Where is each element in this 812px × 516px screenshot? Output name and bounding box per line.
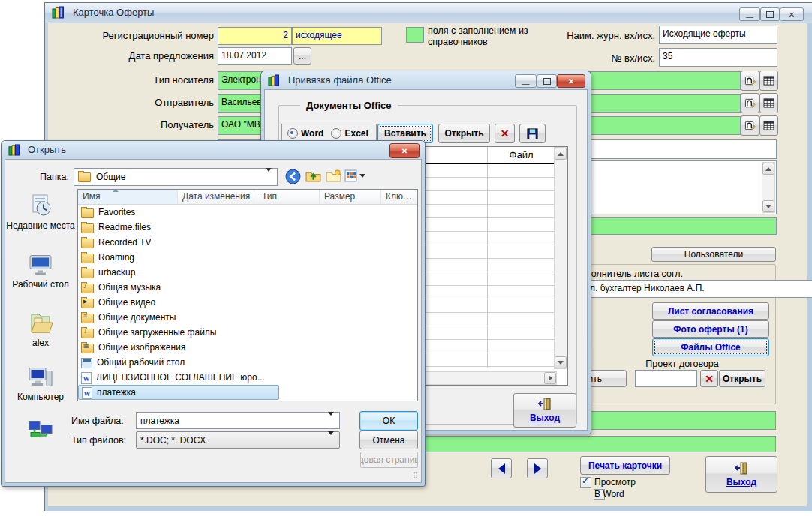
office-open-button[interactable]: Открыть xyxy=(438,124,490,143)
file-row[interactable]: ЛИЦЕНЗИОННОЕ СОГЛАШЕНИЕ юро... xyxy=(78,370,417,385)
office-exit-button[interactable]: Выход xyxy=(513,393,576,428)
cancel-button[interactable]: Отмена xyxy=(359,430,418,449)
contract-delete-icon[interactable]: ✕ xyxy=(700,370,718,387)
file-row[interactable]: Readme.files xyxy=(78,220,417,235)
table-icon[interactable] xyxy=(759,70,778,91)
prev-record-button[interactable] xyxy=(491,458,512,478)
folder-download-icon xyxy=(81,328,94,338)
resize-grip[interactable]: ⠿ xyxy=(413,472,419,480)
offer-photo-button[interactable]: Фото оферты (1) xyxy=(652,320,769,338)
contract-open-button[interactable]: Открыть xyxy=(719,370,765,387)
file-row[interactable]: Общие документы xyxy=(78,310,417,325)
maximize-button[interactable] xyxy=(760,8,780,21)
office-save-icon[interactable] xyxy=(519,124,546,143)
open-close-button[interactable]: ✕ xyxy=(389,143,420,158)
office-dialog-books-icon xyxy=(268,74,280,88)
ok-button[interactable]: ОК xyxy=(359,411,418,430)
office-minimize-button[interactable]: — xyxy=(515,74,537,88)
column-header-5[interactable]: Ключевые ... xyxy=(381,190,417,204)
office-close-button[interactable]: ✕ xyxy=(557,74,585,88)
file-row[interactable]: Recorded TV xyxy=(78,235,417,250)
sidebar-item-alex[interactable]: alex xyxy=(6,309,75,348)
filetype-combobox[interactable]: *.DOC; *. DOCX xyxy=(136,431,340,448)
preview-checkbox[interactable] xyxy=(580,477,591,488)
main-exit-label: Выход xyxy=(726,477,756,488)
file-name: Favorites xyxy=(98,207,135,218)
file-row[interactable]: Общая музыка xyxy=(78,280,417,295)
sidebar-item-label: Компьютер xyxy=(6,392,75,402)
column-header-3[interactable]: Тип xyxy=(257,190,320,204)
file-name: ЛИЦЕНЗИОННОЕ СОГЛАШЕНИЕ юро... xyxy=(96,372,265,382)
sidebar-item-Рабочий стол[interactable]: Рабочий стол xyxy=(6,250,75,290)
file-name: Общие видео xyxy=(98,297,155,308)
folder-combobox-value: Общие xyxy=(96,172,125,182)
recent-places-icon xyxy=(6,192,75,219)
new-folder-icon[interactable] xyxy=(326,169,341,185)
contract-label: Проект договора xyxy=(633,358,731,369)
back-icon[interactable] xyxy=(285,169,301,187)
file-row[interactable]: Общие изображения xyxy=(78,340,417,355)
computer-icon xyxy=(6,363,75,390)
sidebar-item-Компьютер[interactable]: Компьютер xyxy=(6,363,75,402)
word-radio-label: Word xyxy=(301,128,323,139)
up-one-level-icon[interactable] xyxy=(305,169,321,185)
registration-direction-field[interactable]: исходящее xyxy=(292,27,382,45)
textarea-scrollbar[interactable] xyxy=(762,162,775,213)
column-header-1[interactable]: Имя xyxy=(78,190,178,204)
file-name: Roaming xyxy=(98,252,134,262)
places-sidebar: Недавние местаРабочий столalexКомпьютер xyxy=(6,189,75,477)
user-folder-icon xyxy=(6,309,75,336)
filename-combobox[interactable]: платежка xyxy=(136,412,340,429)
file-row[interactable]: urbackup xyxy=(78,265,417,280)
next-record-button[interactable] xyxy=(527,458,548,478)
office-files-button[interactable]: Файлы Office xyxy=(652,338,769,356)
office-delete-icon[interactable]: ✕ xyxy=(495,124,515,143)
arrow-left-icon xyxy=(498,464,505,474)
excel-radio-label: Excel xyxy=(344,128,368,139)
table-icon[interactable] xyxy=(759,116,778,136)
excel-radio[interactable] xyxy=(331,128,341,139)
date-browse-button[interactable]: ... xyxy=(293,47,311,64)
green-legend-swatch xyxy=(406,27,424,43)
registration-number-field[interactable]: 2 xyxy=(218,27,292,45)
directory-icon[interactable] xyxy=(741,70,759,91)
views-menu-icon[interactable] xyxy=(344,170,365,182)
file-row[interactable]: Общие загруженные файлы xyxy=(78,325,417,340)
approval-sheet-button[interactable]: Лист согласования xyxy=(652,302,769,320)
open-file-dialog: Открыть ✕ Папка: Общие Недавние местаРаб… xyxy=(2,141,425,486)
file-row[interactable]: Favorites xyxy=(78,205,417,220)
main-window-title: Карточка Оферты xyxy=(73,7,154,18)
file-row[interactable]: Общий рабочий стол xyxy=(78,355,417,370)
offer-date-field[interactable]: 18.07.2012 xyxy=(218,47,292,64)
file-name: Readme.files xyxy=(98,222,151,232)
sidebar-item-network[interactable] xyxy=(6,417,75,444)
file-name: Общие загруженные файлы xyxy=(98,327,216,338)
file-row[interactable]: платежка xyxy=(78,385,279,400)
contract-field[interactable] xyxy=(635,370,697,387)
word-radio[interactable] xyxy=(287,128,298,139)
file-row[interactable]: Общие видео xyxy=(78,295,417,310)
column-header-2[interactable]: Дата изменения xyxy=(178,190,257,204)
main-exit-button[interactable]: Выход xyxy=(705,456,777,493)
office-table-vscrollbar[interactable] xyxy=(554,147,567,369)
table-icon[interactable] xyxy=(759,93,778,113)
folder-combobox[interactable]: Общие xyxy=(74,168,278,186)
column-header-4[interactable]: Размер xyxy=(320,190,381,204)
file-row[interactable]: Roaming xyxy=(78,250,417,265)
office-group-label: Документы Office xyxy=(300,100,398,111)
sidebar-item-Недавние места[interactable]: Недавние места xyxy=(6,192,75,231)
sidebar-item-label: Рабочий стол xyxy=(6,279,75,290)
office-maximize-button[interactable] xyxy=(537,74,557,88)
file-name: Общая музыка xyxy=(98,282,161,292)
file-listview[interactable]: ИмяДата измененияТипРазмерКлючевые ... F… xyxy=(77,189,418,401)
print-card-button[interactable]: Печать карточки xyxy=(580,456,670,475)
directory-icon[interactable] xyxy=(741,93,759,113)
shared-desktop-icon xyxy=(81,358,92,368)
close-button[interactable]: ✕ xyxy=(780,8,804,21)
io-number-field[interactable]: 35 xyxy=(659,48,777,67)
directory-icon[interactable] xyxy=(741,116,759,136)
minimize-button[interactable]: — xyxy=(739,8,760,21)
users-button[interactable]: Пользователи xyxy=(651,247,776,262)
journal-field[interactable]: Исходящие оферты xyxy=(659,26,777,44)
network-icon xyxy=(6,417,75,444)
